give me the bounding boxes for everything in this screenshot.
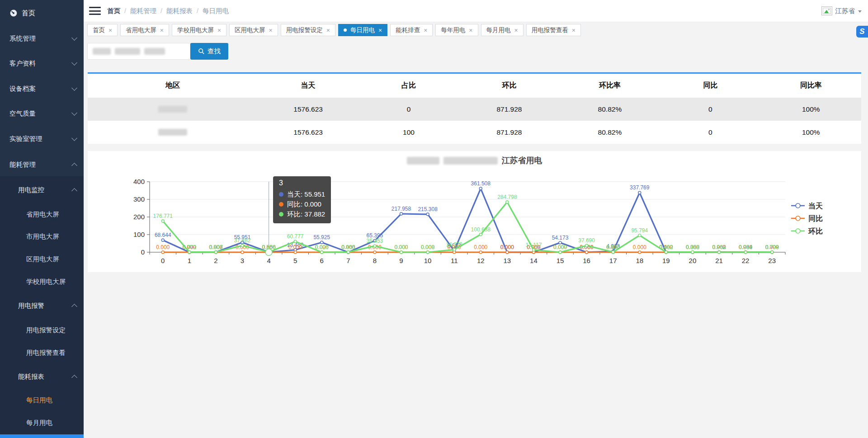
menu-toggle-icon[interactable] xyxy=(89,7,101,17)
tab-label: 首页 xyxy=(93,26,105,34)
svg-text:54.173: 54.173 xyxy=(552,235,569,241)
table-cell: 1576.623 xyxy=(258,121,358,144)
svg-text:16: 16 xyxy=(583,257,590,264)
sidebar-item-5[interactable]: 能耗管理 xyxy=(0,155,84,174)
tab-3[interactable]: 区用电大屏× xyxy=(229,24,278,36)
redacted-text xyxy=(93,48,111,55)
chart-tooltip: 3 当天: 55.951同比: 0.000环比: 37.882 xyxy=(273,176,331,223)
breadcrumb-item-3[interactable]: 每日用电 xyxy=(203,7,229,15)
tab-label: 每月用电 xyxy=(486,26,511,34)
submenu-item-0-3[interactable]: 学校用电大屏 xyxy=(0,272,84,291)
submenu-item-0-2[interactable]: 区用电大屏 xyxy=(0,250,84,268)
breadcrumb-item-2[interactable]: 能耗报表 xyxy=(166,7,193,15)
svg-text:0.000: 0.000 xyxy=(500,244,514,250)
floating-widget-icon[interactable]: S xyxy=(856,26,868,38)
svg-text:2: 2 xyxy=(214,257,217,264)
region-cell xyxy=(88,121,258,144)
tab-0[interactable]: 首页× xyxy=(87,24,118,36)
line-chart[interactable]: 0100200300400012345678910111213141516171… xyxy=(88,151,861,272)
table-cell: 100% xyxy=(761,121,861,144)
sidebar-item-3[interactable]: 空气质量 xyxy=(0,104,84,123)
close-icon[interactable]: × xyxy=(424,27,427,33)
svg-text:9: 9 xyxy=(399,257,403,264)
legend-item-2[interactable]: 环比 xyxy=(791,227,823,235)
screen: 首页 系统管理客户资料设备档案空气质量实验室管理能耗管理用电监控省用电大屏市用电… xyxy=(0,0,868,438)
close-icon[interactable]: × xyxy=(217,27,221,33)
breadcrumb-item-0[interactable]: 首页 xyxy=(107,7,120,15)
legend-item-0[interactable]: 当天 xyxy=(791,202,823,210)
submenu-item-2-0[interactable]: 每日用电 xyxy=(0,391,84,410)
submenu-group-2[interactable]: 能耗报表 xyxy=(0,367,84,386)
svg-text:14: 14 xyxy=(530,257,538,264)
svg-text:1: 1 xyxy=(188,257,191,264)
col-header-4: 环比率 xyxy=(560,74,660,98)
svg-text:95.794: 95.794 xyxy=(631,227,648,234)
submenu-item-0-1[interactable]: 市用电大屏 xyxy=(0,227,84,246)
svg-text:0.805: 0.805 xyxy=(209,244,222,250)
tooltip-row-1: 同比: 0.000 xyxy=(279,199,325,209)
submenu-item-1-1[interactable]: 用电报警查看 xyxy=(0,343,84,362)
chevron-down-icon xyxy=(71,60,77,66)
tab-1[interactable]: 省用电大屏× xyxy=(120,24,169,36)
tooltip-header: 3 xyxy=(279,179,325,187)
svg-text:100: 100 xyxy=(133,231,145,238)
svg-text:7: 7 xyxy=(346,257,350,264)
submenu-item-1-0[interactable]: 用电报警设定 xyxy=(0,320,84,339)
chevron-down-icon xyxy=(71,135,77,141)
sidebar-item-2[interactable]: 设备档案 xyxy=(0,79,84,98)
close-icon[interactable]: × xyxy=(160,27,164,33)
svg-text:3: 3 xyxy=(241,257,244,264)
chart-title: 江苏省用电 xyxy=(88,155,861,166)
redacted-text xyxy=(407,157,439,165)
svg-text:0.798: 0.798 xyxy=(765,244,779,250)
legend-item-1[interactable]: 同比 xyxy=(791,215,823,222)
close-icon[interactable]: × xyxy=(108,27,112,33)
svg-text:0.482: 0.482 xyxy=(659,244,673,250)
tab-2[interactable]: 学校用电大屏× xyxy=(172,24,226,36)
tab-8[interactable]: 每月用电× xyxy=(481,24,524,36)
close-icon[interactable]: × xyxy=(572,27,576,33)
region-cell xyxy=(88,98,258,121)
sidebar-item-0[interactable]: 系统管理 xyxy=(0,29,84,48)
sidebar-item-4[interactable]: 实验室管理 xyxy=(0,129,84,148)
svg-text:0.008: 0.008 xyxy=(421,244,434,250)
tab-4[interactable]: 用电报警设定× xyxy=(281,24,335,36)
submenu-item-0-0[interactable]: 省用电大屏 xyxy=(0,205,84,224)
tab-6[interactable]: 能耗排查× xyxy=(390,24,433,36)
svg-text:10: 10 xyxy=(424,257,432,264)
tab-label: 区用电大屏 xyxy=(235,26,265,34)
table-card: 地区当天占比环比环比率同比同比率1576.6230871.92880.82%01… xyxy=(88,72,861,144)
tab-5[interactable]: 每日用电× xyxy=(338,24,387,36)
svg-text:361.508: 361.508 xyxy=(471,180,491,187)
svg-text:0.866: 0.866 xyxy=(341,244,355,250)
search-input[interactable] xyxy=(87,43,190,60)
tab-7[interactable]: 每年用电× xyxy=(435,24,478,36)
submenu-group-0[interactable]: 用电监控 xyxy=(0,180,84,199)
svg-text:300: 300 xyxy=(133,195,145,203)
close-icon[interactable]: × xyxy=(378,27,382,33)
close-icon[interactable]: × xyxy=(469,27,472,33)
search-button[interactable]: 查找 xyxy=(190,43,228,60)
close-icon[interactable]: × xyxy=(269,27,273,33)
svg-text:8: 8 xyxy=(373,257,377,264)
tab-9[interactable]: 用电报警查看× xyxy=(526,24,581,36)
sidebar-item-home[interactable]: 首页 xyxy=(0,4,84,23)
breadcrumb-item-1[interactable]: 能耗管理 xyxy=(130,7,156,15)
svg-text:68.644: 68.644 xyxy=(155,232,171,238)
svg-text:5: 5 xyxy=(293,257,297,264)
submenu-item-2-1[interactable]: 每月用电 xyxy=(0,413,84,432)
user-region-dropdown[interactable]: 江苏省 xyxy=(821,0,862,22)
tab-label: 用电报警查看 xyxy=(532,26,568,34)
redacted-text xyxy=(158,129,187,136)
tab-label: 每日用电 xyxy=(350,26,375,34)
sidebar-scrollbar[interactable] xyxy=(0,434,84,438)
sidebar-item-1[interactable]: 客户资料 xyxy=(0,54,84,73)
submenu-group-1[interactable]: 用电报警 xyxy=(0,296,84,315)
close-icon[interactable]: × xyxy=(326,27,330,33)
svg-text:35.453: 35.453 xyxy=(367,238,383,244)
close-icon[interactable]: × xyxy=(514,27,518,33)
svg-text:0.000: 0.000 xyxy=(156,244,170,250)
svg-text:14.373: 14.373 xyxy=(446,241,462,248)
svg-text:12: 12 xyxy=(477,257,485,264)
svg-text:176.771: 176.771 xyxy=(153,213,173,219)
